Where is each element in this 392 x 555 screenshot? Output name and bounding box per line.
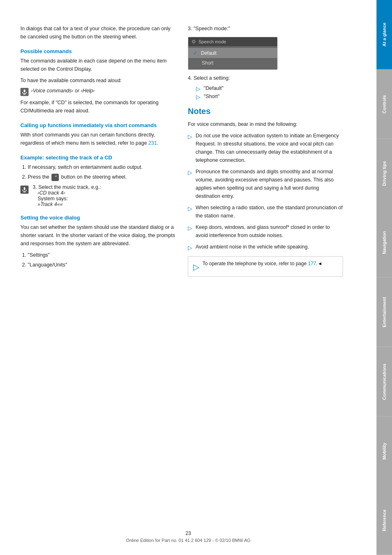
voice-command-text: ›Voice commands‹ or ›Help‹ — [31, 88, 95, 94]
note-text-3: When selecting a radio station, use the … — [196, 204, 343, 220]
page-number: 23 — [0, 530, 376, 536]
svg-rect-0 — [24, 90, 25, 92]
step3-line3: »Track 4«« — [33, 201, 101, 207]
option2-arrow-icon: ▷ — [196, 94, 200, 100]
heading-notes: Notes — [188, 107, 343, 116]
speech-mode-screenshot: ⚙ Speech mode ✓ Default Short — [188, 37, 278, 70]
step2-prefix: Press the — [28, 174, 49, 180]
sidebar-item-controls[interactable]: Controls — [376, 69, 392, 139]
step3-intro: Select the music track, e.g.: — [38, 184, 101, 190]
mic-icon — [22, 89, 27, 95]
notes-intro: For voice commands, bear in mind the fol… — [188, 120, 343, 128]
note-arrow-2-icon: ▷ — [188, 168, 192, 200]
speech-mode-item-default: ✓ Default — [188, 48, 277, 58]
possible-commands-body2: To have the available commands read alou… — [20, 76, 176, 85]
short-commands-body: With short commands you can run certain … — [20, 131, 176, 147]
sidebar-item-entertainment[interactable]: Entertainment — [376, 278, 392, 347]
speech-mode-items: ✓ Default Short — [188, 46, 277, 69]
note-box-arrow-icon: ▷ — [193, 261, 199, 273]
voice-dialog-step1: "Settings" — [28, 251, 176, 259]
step3-voice-icon — [20, 186, 29, 194]
voice-command-row: ›Voice commands‹ or ›Help‹ — [20, 88, 176, 96]
voice-dialog-step3: 3. "Speech mode:" — [188, 25, 343, 33]
heading-short-commands: Calling up functions immediately via sho… — [20, 122, 176, 128]
step4-option1-row: ▷ "Default" — [196, 85, 343, 92]
speech-mode-item-short: Short — [188, 58, 277, 68]
step3-label: 3. Select the music track, e.g.: — [33, 184, 101, 190]
steering-wheel-button-icon: 🎤 — [51, 174, 59, 181]
short-commands-link[interactable]: 231 — [148, 140, 157, 146]
example-step-2: Press the 🎤 button on the steering wheel… — [28, 173, 176, 181]
note-text-5: Avoid ambient noise in the vehicle while… — [196, 243, 309, 252]
note-box-link[interactable]: 177 — [308, 261, 316, 266]
sidebar-item-navigation[interactable]: Navigation — [376, 208, 392, 278]
note-item-2: ▷ Pronounce the commands and digits smoo… — [188, 168, 343, 200]
voice-dialog-step2: "Language/Units" — [28, 261, 176, 269]
voice-dialog-step3-row: 3. "Speech mode:" — [188, 25, 343, 33]
step4-option1: "Default" — [204, 85, 223, 92]
note-text-2: Pronounce the commands and digits smooth… — [196, 168, 343, 200]
footer-text: Online Edition for Part no. 01 41 2 604 … — [126, 538, 250, 543]
section-example-cd: Example: selecting the track of a CD If … — [20, 154, 176, 207]
heading-possible-commands: Possible commands — [20, 48, 176, 54]
note-reference-box: ▷ To operate the telephone by voice, ref… — [188, 256, 343, 277]
note-item-5: ▷ Avoid ambient noise in the vehicle whi… — [188, 243, 343, 252]
step3-mic-icon — [22, 187, 27, 192]
voice-button-icon — [20, 88, 29, 96]
voice-dialog-steps: "Settings" "Language/Units" — [20, 251, 176, 269]
svg-rect-3 — [24, 187, 25, 190]
sidebar-item-mobility[interactable]: Mobility — [376, 416, 392, 486]
heading-setting-voice-dialog: Setting the voice dialog — [20, 215, 176, 221]
section-setting-voice-dialog: Setting the voice dialog You can set whe… — [20, 215, 176, 269]
sidebar-item-driving-tips[interactable]: Driving tips — [376, 139, 392, 208]
possible-commands-body1: The commands available in each case depe… — [20, 57, 176, 73]
note-item-3: ▷ When selecting a radio station, use th… — [188, 204, 343, 220]
section-short-commands: Calling up functions immediately via sho… — [20, 122, 176, 147]
sidebar: At a glance Controls Driving tips Naviga… — [376, 0, 392, 555]
possible-commands-body3: For example, if "CD" is selected, the co… — [20, 98, 176, 115]
note-item-1: ▷ Do not use the voice activation system… — [188, 132, 343, 164]
speech-mode-title-bar: ⚙ Speech mode — [188, 37, 277, 46]
note-box-text: To operate the telephone by voice, refer… — [203, 260, 322, 267]
sidebar-item-reference[interactable]: Reference — [376, 486, 392, 555]
sidebar-item-communications[interactable]: Communications — [376, 347, 392, 416]
note-arrow-4-icon: ▷ — [188, 224, 192, 239]
step4-option2-row: ▷ "Short" — [196, 94, 343, 100]
example-steps-list: If necessary, switch on entertainment au… — [20, 163, 176, 181]
page-footer: 23 Online Edition for Part no. 01 41 2 6… — [0, 530, 376, 543]
checkmark-icon: ✓ — [193, 50, 198, 56]
step3-line1: ›CD track 4‹ — [33, 190, 101, 196]
note-arrow-3-icon: ▷ — [188, 204, 192, 220]
right-column: 3. "Speech mode:" ⚙ Speech mode ✓ Defaul… — [188, 25, 343, 530]
step4-option2: "Short" — [204, 94, 220, 100]
note-item-4: ▷ Keep doors, windows, and glass sunroof… — [188, 223, 343, 239]
note-arrow-1-icon: ▷ — [188, 132, 192, 164]
option1-arrow-icon: ▷ — [196, 85, 200, 92]
speech-mode-title: Speech mode — [198, 39, 226, 44]
step3-content: 3. Select the music track, e.g.: ›CD tra… — [33, 184, 101, 207]
intro-paragraph: In dialogs that call for a text of your … — [20, 25, 176, 41]
speech-mode-gear-icon: ⚙ — [192, 39, 196, 45]
step3-num: 3. — [33, 184, 37, 190]
note-arrow-5-icon: ▷ — [188, 243, 192, 252]
section-notes: Notes For voice commands, bear in mind t… — [188, 107, 343, 277]
step3-line2: System says: — [33, 196, 101, 201]
note-text-1: Do not use the voice activation system t… — [196, 132, 343, 164]
note-text-4: Keep doors, windows, and glass sunroof* … — [196, 223, 343, 239]
sidebar-item-at-a-glance[interactable]: At a glance — [376, 0, 392, 69]
left-column: In dialogs that call for a text of your … — [20, 25, 176, 530]
example-step-3-row: 3. Select the music track, e.g.: ›CD tra… — [20, 184, 176, 207]
setting-voice-dialog-body: You can set whether the system should us… — [20, 223, 176, 248]
step2-suffix: button on the steering wheel. — [61, 174, 127, 180]
step4-label: 4. Select a setting: — [188, 74, 343, 82]
section-possible-commands: Possible commands The commands available… — [20, 48, 176, 115]
heading-example-cd: Example: selecting the track of a CD — [20, 154, 176, 161]
example-step-1: If necessary, switch on entertainment au… — [28, 163, 176, 171]
step4-section: 4. Select a setting: ▷ "Default" ▷ "Shor… — [188, 74, 343, 100]
